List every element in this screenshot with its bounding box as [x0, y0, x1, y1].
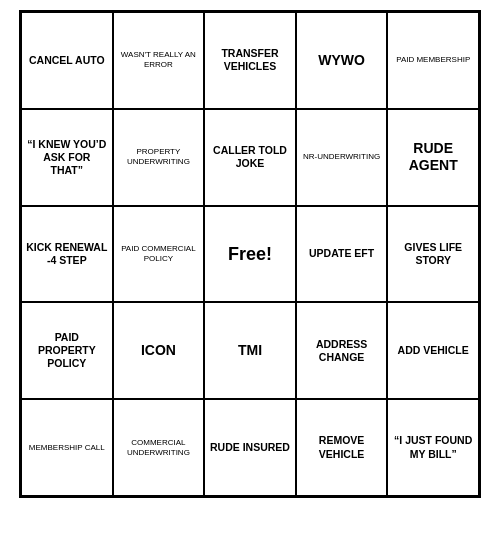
- bingo-cell-9[interactable]: RUDE AGENT: [387, 109, 479, 206]
- bingo-cell-14[interactable]: GIVES LIFE STORY: [387, 206, 479, 303]
- bingo-cell-7[interactable]: CALLER TOLD JOKE: [204, 109, 296, 206]
- bingo-cell-0[interactable]: CANCEL AUTO: [21, 12, 113, 109]
- bingo-cell-22[interactable]: RUDE INSURED: [204, 399, 296, 496]
- bingo-grid: CANCEL AUTOWASN'T REALLY AN ERRORTRANSFE…: [19, 10, 481, 498]
- bingo-cell-10[interactable]: KICK RENEWAL -4 STEP: [21, 206, 113, 303]
- bingo-cell-12[interactable]: Free!: [204, 206, 296, 303]
- bingo-cell-19[interactable]: ADD VEHICLE: [387, 302, 479, 399]
- bingo-cell-5[interactable]: “I KNEW YOU’D ASK FOR THAT”: [21, 109, 113, 206]
- bingo-cell-15[interactable]: PAID PROPERTY POLICY: [21, 302, 113, 399]
- bingo-cell-1[interactable]: WASN'T REALLY AN ERROR: [113, 12, 205, 109]
- bingo-cell-6[interactable]: PROPERTY UNDERWRITING: [113, 109, 205, 206]
- bingo-cell-23[interactable]: REMOVE VEHICLE: [296, 399, 388, 496]
- bingo-cell-17[interactable]: TMI: [204, 302, 296, 399]
- bingo-cell-4[interactable]: PAID MEMBERSHIP: [387, 12, 479, 109]
- bingo-cell-2[interactable]: TRANSFER VEHICLES: [204, 12, 296, 109]
- bingo-cell-11[interactable]: PAID COMMERCIAL POLICY: [113, 206, 205, 303]
- bingo-cell-8[interactable]: NR-UNDERWRITING: [296, 109, 388, 206]
- bingo-cell-13[interactable]: UPDATE EFT: [296, 206, 388, 303]
- bingo-cell-18[interactable]: ADDRESS CHANGE: [296, 302, 388, 399]
- bingo-cell-16[interactable]: ICON: [113, 302, 205, 399]
- bingo-cell-21[interactable]: COMMERCIAL UNDERWRITING: [113, 399, 205, 496]
- bingo-cell-3[interactable]: WYWO: [296, 12, 388, 109]
- bingo-cell-24[interactable]: “I JUST FOUND MY BILL”: [387, 399, 479, 496]
- bingo-title: [20, 0, 480, 10]
- bingo-cell-20[interactable]: MEMBERSHIP CALL: [21, 399, 113, 496]
